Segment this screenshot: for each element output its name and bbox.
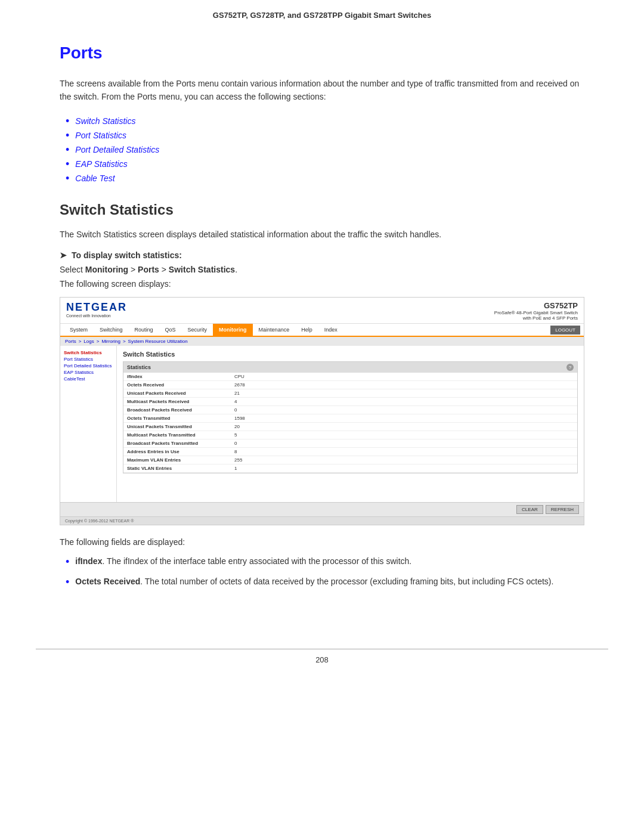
breadcrumb-mirroring[interactable]: Mirroring	[101, 339, 120, 344]
row-label: ifIndex	[127, 374, 234, 379]
table-row: Broadcast Packets Received 0	[123, 406, 577, 414]
port-detailed-statistics-link[interactable]: Port Detailed Statistics	[75, 145, 159, 154]
logout-button[interactable]: LOGOUT	[550, 326, 580, 335]
table-row: Broadcast Packets Transmitted 0	[123, 439, 577, 448]
ng-product-desc2: with PoE and 4 SFP Ports	[494, 315, 578, 321]
page-footer-line	[36, 649, 608, 649]
nav-system[interactable]: System	[64, 324, 94, 336]
table-row: Unicast Packets Received 21	[123, 389, 577, 398]
spacer	[123, 473, 578, 497]
nav-switching[interactable]: Switching	[94, 324, 129, 336]
table-row: Maximum VLAN Entries 255	[123, 456, 577, 465]
row-label: Unicast Packets Transmitted	[127, 424, 234, 429]
screenshot-box: NETGEAR Connect with Innovation GS752TP …	[60, 297, 584, 525]
breadcrumb-sep3: >	[123, 339, 126, 344]
row-value: 20	[234, 424, 240, 429]
nav-help[interactable]: Help	[295, 324, 318, 336]
ng-product-name: GS752TP	[494, 301, 578, 310]
table-row: Multicast Packets Transmitted 5	[123, 431, 577, 439]
row-value: 21	[234, 391, 240, 396]
bullet-list: Switch Statistics Port Statistics Port D…	[60, 116, 584, 184]
instruction-arrow: ➤ To display switch statistics:	[60, 250, 584, 260]
table-row: Octets Received 2678	[123, 381, 577, 389]
sidebar-eap-statistics[interactable]: EAP Statistics	[63, 369, 114, 376]
row-label: Broadcast Packets Received	[127, 407, 234, 413]
cable-test-link[interactable]: Cable Test	[75, 174, 114, 183]
row-label: Octets Transmitted	[127, 416, 234, 421]
list-item: Octets Received. The total number of oct…	[66, 575, 584, 589]
nav-index[interactable]: Index	[318, 324, 343, 336]
ng-logo-text: NETGEAR	[66, 301, 127, 314]
nav-qos[interactable]: QoS	[159, 324, 182, 336]
nav-routing[interactable]: Routing	[129, 324, 159, 336]
page-number: 208	[0, 655, 644, 676]
header-title: GS752TP, GS728TP, and GS728TPP Gigabit S…	[213, 11, 431, 20]
list-item: ifIndex. The ifIndex of the interface ta…	[66, 555, 584, 569]
ng-main: Switch Statistics Statistics ? ifIndex C…	[117, 346, 584, 502]
row-value: 4	[234, 399, 237, 404]
following-text: The following screen displays:	[60, 279, 584, 289]
section-description: The Switch Statistics screen displays de…	[60, 228, 584, 241]
port-statistics-link[interactable]: Port Statistics	[75, 131, 126, 140]
row-label: Multicast Packets Transmitted	[127, 432, 234, 438]
ng-breadcrumb: Ports > Logs > Mirroring > System Resour…	[60, 337, 584, 346]
ng-table-header: Statistics ?	[123, 362, 577, 373]
clear-button[interactable]: CLEAR	[516, 505, 543, 514]
breadcrumb-sep2: >	[97, 339, 100, 344]
select-instruction: Select Monitoring > Ports > Switch Stati…	[60, 265, 584, 274]
fields-text: The following fields are displayed:	[60, 537, 584, 547]
ng-nav: System Switching Routing QoS Security Mo…	[60, 324, 584, 337]
row-value: 1	[234, 466, 237, 471]
switch-statistics-link[interactable]: Switch Statistics	[75, 116, 135, 126]
sidebar-cable-test[interactable]: CableTest	[63, 376, 114, 382]
row-value: 255	[234, 457, 242, 463]
list-item: Port Statistics	[66, 130, 584, 141]
ng-table-header-text: Statistics	[127, 364, 151, 370]
sidebar-port-detailed[interactable]: Port Detailed Statistics	[63, 363, 114, 369]
row-value: CPU	[234, 374, 244, 379]
nav-monitoring[interactable]: Monitoring	[213, 324, 253, 336]
row-label: Octets Received	[127, 382, 234, 388]
nav-maintenance[interactable]: Maintenance	[253, 324, 296, 336]
row-value: 5	[234, 432, 237, 438]
ng-logo: NETGEAR Connect with Innovation	[66, 301, 127, 318]
row-label: Address Entries in Use	[127, 449, 234, 454]
row-value: 0	[234, 441, 237, 446]
row-label: Unicast Packets Received	[127, 391, 234, 396]
intro-text: The screens available from the Ports men…	[60, 77, 584, 104]
table-row: Multicast Packets Received 4	[123, 398, 577, 406]
row-label: Multicast Packets Received	[127, 399, 234, 404]
instruction-label: To display switch statistics:	[72, 250, 182, 260]
breadcrumb-logs[interactable]: Logs	[83, 339, 94, 344]
table-row: Static VLAN Entries 1	[123, 465, 577, 473]
list-item: Switch Statistics	[66, 116, 584, 126]
refresh-button[interactable]: REFRESH	[546, 505, 579, 514]
field-item-2: Octets Received. The total number of oct…	[75, 575, 553, 588]
table-row: Octets Transmitted 1598	[123, 414, 577, 423]
field-bullet-list: ifIndex. The ifIndex of the interface ta…	[60, 555, 584, 589]
table-row: Unicast Packets Transmitted 20	[123, 423, 577, 431]
ng-copyright: Copyright © 1996-2012 NETGEAR ®	[60, 516, 584, 525]
row-label: Static VLAN Entries	[127, 466, 234, 471]
sidebar-port-statistics[interactable]: Port Statistics	[63, 356, 114, 363]
ng-section-title: Switch Statistics	[123, 351, 578, 358]
arrow-icon: ➤	[60, 250, 67, 260]
instruction-block: ➤ To display switch statistics: Select M…	[60, 250, 584, 289]
breadcrumb-ports[interactable]: Ports	[65, 339, 76, 344]
page-title: Ports	[60, 44, 584, 63]
breadcrumb-system[interactable]: System Resource Utilization	[128, 339, 188, 344]
sidebar-switch-statistics[interactable]: Switch Statistics	[63, 349, 114, 356]
row-value: 1598	[234, 416, 245, 421]
breadcrumb-sep1: >	[79, 339, 82, 344]
ng-sidebar: Switch Statistics Port Statistics Port D…	[60, 346, 117, 502]
field-item-1: ifIndex. The ifIndex of the interface ta…	[75, 555, 411, 568]
help-icon[interactable]: ?	[566, 364, 574, 371]
ng-logo-sub: Connect with Innovation	[66, 314, 127, 318]
ng-body: Switch Statistics Port Statistics Port D…	[60, 346, 584, 502]
page-container: GS752TP, GS728TP, and GS728TPP Gigabit S…	[0, 0, 644, 833]
row-label: Broadcast Packets Transmitted	[127, 441, 234, 446]
list-item: EAP Statistics	[66, 159, 584, 169]
eap-statistics-link[interactable]: EAP Statistics	[75, 159, 127, 169]
nav-security[interactable]: Security	[182, 324, 213, 336]
ng-header: NETGEAR Connect with Innovation GS752TP …	[60, 298, 584, 324]
